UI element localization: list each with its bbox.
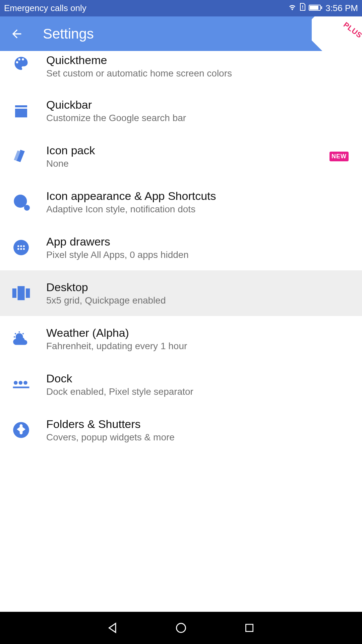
item-title: Desktop (46, 281, 349, 294)
svg-line-23 (23, 333, 24, 334)
new-badge: NEW (329, 152, 349, 161)
status-carrier-text: Emergency calls only (4, 3, 86, 13)
item-subtitle: Customize the Google search bar (46, 113, 349, 123)
svg-point-10 (17, 245, 19, 247)
svg-rect-4 (321, 6, 322, 9)
nav-home-button[interactable] (174, 621, 188, 635)
square-recent-icon (244, 623, 255, 633)
item-subtitle: Covers, popup widgets & more (46, 432, 349, 443)
item-title: App drawers (46, 235, 349, 248)
nav-back-button[interactable] (105, 621, 120, 635)
settings-item-quickbar[interactable]: Quickbar Customize the Google search bar (0, 88, 362, 133)
item-subtitle: Adaptive Icon style, notification dots (46, 204, 349, 215)
dock-icon (11, 375, 31, 394)
svg-point-26 (23, 381, 27, 384)
item-title: Icon pack (46, 144, 329, 157)
item-subtitle: Fahrenheit, updating every 1 hour (46, 341, 349, 352)
status-right: 3:56 PM (288, 3, 358, 13)
plus-label: PLUS (342, 20, 362, 40)
back-button[interactable] (9, 26, 24, 41)
svg-point-24 (14, 381, 17, 384)
plus-banner[interactable]: PLUS (312, 16, 362, 51)
settings-item-iconpack[interactable]: Icon pack None NEW (0, 133, 362, 179)
settings-item-dock[interactable]: Dock Dock enabled, Pixel style separator (0, 362, 362, 407)
page-title: Settings (43, 26, 94, 42)
svg-line-22 (15, 333, 16, 334)
apps-grid-icon (11, 238, 31, 257)
svg-point-25 (19, 381, 22, 384)
settings-item-desktop[interactable]: Desktop 5x5 grid, Quickpage enabled (0, 270, 362, 316)
item-title: Icon appearance & App Shortcuts (46, 190, 349, 203)
svg-point-9 (13, 240, 29, 255)
svg-point-14 (20, 248, 22, 250)
settings-item-quicktheme[interactable]: Quicktheme Set custom or automatic home … (0, 51, 362, 88)
svg-rect-1 (302, 8, 303, 9)
item-subtitle: Pixel style All Apps, 0 apps hidden (46, 250, 349, 260)
circle-home-icon (175, 622, 187, 634)
svg-rect-6 (15, 109, 27, 117)
svg-rect-0 (302, 5, 303, 8)
battery-icon (309, 3, 323, 13)
folder-shutter-icon (11, 420, 31, 440)
settings-item-appdrawers[interactable]: App drawers Pixel style All Apps, 0 apps… (0, 225, 362, 270)
settings-list: Quicktheme Set custom or automatic home … (0, 51, 362, 453)
navigation-bar (0, 612, 362, 644)
swatch-icon (11, 147, 31, 166)
desktop-pages-icon (11, 283, 31, 303)
item-title: Quickbar (46, 98, 349, 111)
searchbar-icon (11, 101, 31, 120)
triangle-back-icon (107, 622, 119, 634)
status-bar: Emergency calls only 3:56 PM (0, 0, 362, 16)
item-subtitle: Set custom or automatic home screen colo… (46, 68, 349, 79)
palette-icon (11, 54, 31, 73)
svg-rect-5 (15, 105, 27, 107)
svg-point-15 (23, 248, 25, 250)
svg-point-29 (177, 624, 186, 633)
svg-point-12 (23, 245, 25, 247)
item-title: Dock (46, 372, 349, 385)
svg-rect-27 (13, 387, 29, 388)
svg-point-8 (24, 205, 30, 211)
settings-item-weather[interactable]: Weather (Alpha) Fahrenheit, updating eve… (0, 316, 362, 362)
app-bar: Settings PLUS (0, 16, 362, 51)
shape-dot-icon (11, 192, 31, 212)
status-time: 3:56 PM (325, 3, 358, 13)
svg-rect-18 (26, 288, 30, 298)
item-subtitle: Dock enabled, Pixel style separator (46, 386, 349, 397)
wifi-icon (288, 3, 297, 13)
svg-rect-3 (310, 6, 318, 10)
item-title: Weather (Alpha) (46, 326, 349, 339)
item-title: Folders & Shutters (46, 418, 349, 431)
item-title: Quicktheme (46, 54, 349, 67)
nav-recent-button[interactable] (242, 621, 257, 635)
arrow-left-icon (10, 27, 23, 41)
item-subtitle: None (46, 158, 329, 169)
svg-rect-17 (18, 286, 25, 300)
svg-point-11 (20, 245, 22, 247)
svg-rect-30 (246, 624, 253, 631)
svg-point-13 (17, 248, 19, 250)
sim-alert-icon (299, 3, 306, 13)
weather-icon (11, 329, 31, 348)
svg-rect-16 (12, 288, 16, 298)
settings-item-folders[interactable]: Folders & Shutters Covers, popup widgets… (0, 407, 362, 453)
settings-item-iconappearance[interactable]: Icon appearance & App Shortcuts Adaptive… (0, 179, 362, 225)
item-subtitle: 5x5 grid, Quickpage enabled (46, 295, 349, 306)
